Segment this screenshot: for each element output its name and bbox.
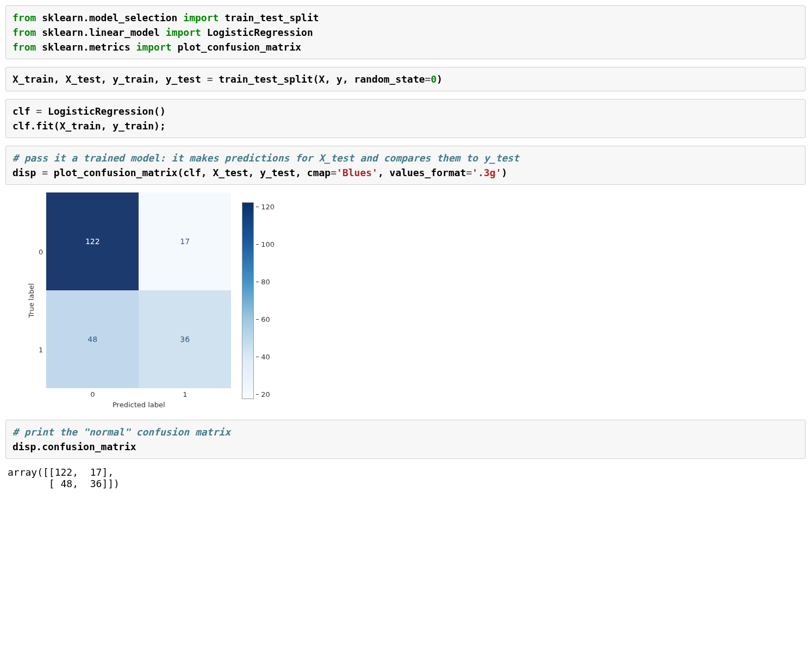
- num-literal: 0: [431, 73, 436, 85]
- code-cell-1: from sklearn.model_selection import trai…: [5, 5, 806, 59]
- module: sklearn.linear_model: [42, 27, 160, 38]
- cm-grid: 122 17 48 36: [46, 192, 231, 388]
- confusion-matrix-plot: True label 0 1 122 17 48 36 0 1 Predicte…: [27, 192, 806, 409]
- str-literal: '.3g': [472, 167, 501, 178]
- code-text: LogisticRegression(): [42, 105, 166, 117]
- kw-import: import: [136, 41, 172, 53]
- code-text: , values_format: [378, 167, 466, 178]
- cm-colorbar-wrap: 120 100 80 60 40 20: [242, 202, 275, 399]
- paren-close: ): [436, 73, 442, 85]
- cm-yticks: 0 1: [39, 203, 43, 399]
- code-cell-4: # pass it a trained model: it makes pred…: [5, 146, 806, 185]
- import-name: plot_confusion_matrix: [177, 41, 301, 53]
- kw-from: from: [13, 12, 36, 23]
- comment: # pass it a trained model: it makes pred…: [13, 152, 519, 164]
- cm-cell: 48: [46, 290, 139, 388]
- comment: # print the "normal" confusion matrix: [13, 426, 230, 438]
- kw-import: import: [183, 12, 219, 23]
- kw-from: from: [13, 41, 36, 53]
- op-eq: =: [330, 167, 336, 178]
- cm-cb-tick: 100: [256, 240, 275, 248]
- code-text: train_test_split(X, y, random_state: [213, 73, 425, 85]
- code-cell-2: X_train, X_test, y_train, y_test = train…: [5, 67, 806, 91]
- output-text: array([[122, 17], [ 48, 36]]): [8, 466, 806, 489]
- module: sklearn.metrics: [42, 41, 130, 53]
- code-text: disp.confusion_matrix: [13, 441, 136, 452]
- cm-colorbar: [242, 202, 254, 399]
- op-eq: =: [425, 73, 431, 85]
- cm-xtick: 1: [183, 390, 187, 399]
- cm-ylabel: True label: [27, 283, 35, 318]
- cm-cell-value: 36: [180, 335, 190, 344]
- cm-cb-tick: 80: [256, 278, 275, 286]
- code-text: X_train, X_test, y_train, y_test: [13, 73, 207, 85]
- cm-xtick: 0: [90, 390, 95, 399]
- module: sklearn.model_selection: [42, 12, 177, 23]
- op-eq: =: [466, 167, 472, 178]
- cm-left-axis: True label 0 1: [27, 203, 46, 399]
- code-text: clf: [13, 105, 36, 117]
- cm-body: 122 17 48 36 0 1 Predicted label: [46, 192, 231, 409]
- cm-cell: 36: [139, 290, 231, 388]
- cm-cb-tick: 40: [256, 353, 275, 361]
- kw-from: from: [13, 27, 36, 38]
- cm-cell-value: 48: [88, 335, 97, 344]
- import-name: train_test_split: [224, 12, 319, 23]
- code-text: clf.fit(X_train, y_train);: [13, 120, 166, 132]
- op-eq: =: [36, 105, 42, 117]
- output-figure: True label 0 1 122 17 48 36 0 1 Predicte…: [16, 192, 806, 409]
- str-literal: 'Blues': [336, 167, 378, 178]
- op-eq: =: [207, 73, 213, 85]
- code-cell-5: # print the "normal" confusion matrix di…: [5, 420, 806, 459]
- code-text: disp: [13, 167, 42, 178]
- cm-cb-tick: 60: [256, 315, 275, 323]
- code-cell-3: clf = LogisticRegression() clf.fit(X_tra…: [5, 99, 806, 138]
- cm-xticks: 0 1: [46, 390, 231, 399]
- cm-cell-value: 17: [180, 237, 190, 246]
- kw-import: import: [166, 27, 201, 38]
- import-name: LogisticRegression: [207, 27, 313, 38]
- cm-cell: 122: [46, 192, 139, 290]
- cm-cell: 17: [139, 192, 231, 290]
- cm-colorbar-ticks: 120 100 80 60 40 20: [256, 203, 275, 399]
- cm-ytick: 0: [39, 248, 43, 256]
- cm-cell-value: 122: [85, 237, 100, 246]
- code-text: plot_confusion_matrix(clf, X_test, y_tes…: [48, 167, 330, 178]
- op-eq: =: [42, 167, 48, 178]
- cm-xlabel: Predicted label: [113, 401, 165, 409]
- cm-ytick: 1: [39, 346, 43, 354]
- cm-cb-tick: 20: [256, 390, 275, 399]
- paren-close: ): [502, 167, 508, 178]
- cm-cb-tick: 120: [256, 203, 275, 211]
